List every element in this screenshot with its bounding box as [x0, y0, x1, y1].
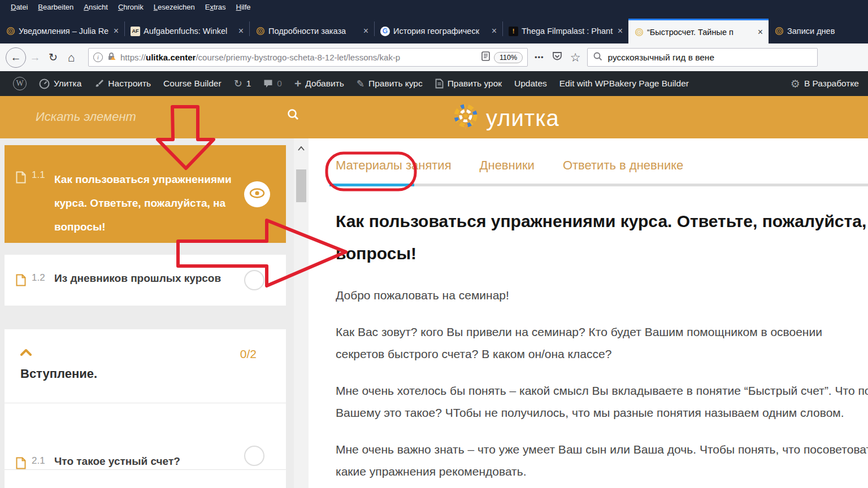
lesson-item-2-1[interactable]: 2.1 Что такое устный счет? [5, 432, 286, 472]
reload-icon: ↻ [49, 51, 58, 63]
tab-answer-diary[interactable]: Ответить в дневнике [563, 158, 683, 173]
lesson-title: Как пользоваться упражнениями курса. Отв… [336, 205, 868, 269]
search-query: русскоязычный гид в вене [607, 53, 714, 63]
section-card: 0/2 Вступление. 2.1 Что такое устный сче… [5, 329, 286, 488]
paragraph-line: Мне очень важно знать – что уже умеет Ва… [336, 438, 868, 460]
scrollbar-up-icon[interactable] [294, 143, 309, 153]
back-arrow-icon: ← [11, 51, 21, 64]
adminbar-updates-link[interactable]: Updates [508, 79, 553, 89]
wordpress-logo-icon: W [13, 77, 27, 90]
adminbar-course-builder[interactable]: Course Builder [157, 79, 228, 89]
section-title: Вступление. [20, 367, 97, 381]
lesson-progress-circle [244, 446, 264, 466]
page-info-icon[interactable]: i [93, 53, 103, 62]
adminbar-wpbakery[interactable]: Edit with WPBakery Page Builder [553, 79, 695, 89]
browser-menubar: Datei Bearbeiten Ansicht Chronik Lesezei… [0, 0, 868, 14]
tab-close-icon[interactable]: × [757, 27, 764, 37]
forward-button[interactable]: → [26, 51, 44, 64]
tab-close-icon[interactable]: × [491, 26, 498, 36]
section-progress: 0/2 [240, 347, 257, 361]
paragraph-line: Как Вас зовут? кого Вы привели на семина… [336, 321, 868, 343]
home-icon: ⌂ [68, 51, 75, 64]
scrollbar-thumb[interactable] [296, 169, 306, 202]
tab-materials[interactable]: Материалы занятия [336, 158, 452, 173]
aufgabenfuchs-favicon-icon: AF [131, 27, 140, 36]
adminbar-site-name[interactable]: Улитка [33, 79, 88, 89]
adminbar-updates[interactable]: ↻ 1 [228, 77, 258, 90]
page-actions: ••• ☆ [535, 51, 580, 64]
lesson-doc-icon [16, 274, 26, 289]
menu-file[interactable]: Datei [6, 3, 33, 11]
adminbar-customize[interactable]: Настроить [88, 79, 157, 89]
menu-history[interactable]: Chronik [113, 3, 149, 11]
eye-icon [249, 188, 265, 201]
zoom-level-button[interactable]: 110% [494, 52, 523, 63]
forward-arrow-icon: → [30, 51, 41, 63]
back-button[interactable]: ← [6, 47, 26, 68]
lock-warning-icon[interactable] [107, 52, 116, 63]
reload-button[interactable]: ↻ [44, 51, 62, 64]
browser-tabbar: Уведомления – Julia Re × AF Aufgabenfuch… [0, 14, 868, 43]
collapse-chevron-icon[interactable] [20, 348, 32, 359]
snail-logo-icon [452, 103, 479, 133]
home-button[interactable]: ⌂ [62, 51, 80, 64]
browser-tab-active[interactable]: “Быстросчет. Тайные п × [628, 19, 769, 43]
snail-favicon-icon [255, 27, 265, 36]
browser-tab-4[interactable]: G История географическ × [375, 19, 502, 43]
tab-close-icon[interactable]: × [112, 26, 120, 36]
tab-close-icon[interactable]: × [362, 26, 370, 36]
lesson-item-1-2[interactable]: 1.2 Из дневников прошлых курсов [5, 255, 286, 306]
menu-view[interactable]: Ansicht [79, 3, 113, 11]
browser-window: Datei Bearbeiten Ansicht Chronik Lesezei… [0, 0, 868, 488]
page-content: 1.1 Как пользоваться упражнениями курса.… [0, 138, 868, 488]
gear-icon: ⚙ [791, 77, 800, 90]
browser-tab-2[interactable]: AF Aufgabenfuchs: Winkel × [125, 19, 249, 43]
menu-edit[interactable]: Bearbeiten [33, 3, 79, 11]
url-bar[interactable]: i https://ulitka.center/course/priemy-by… [88, 48, 528, 67]
plus-icon: + [294, 77, 301, 90]
menu-help[interactable]: Hilfe [231, 3, 256, 11]
lesson-visibility-badge[interactable] [244, 181, 270, 207]
menu-bookmarks[interactable]: Lesezeichen [149, 3, 200, 11]
lesson-tabs: Материалы занятия Дневники Ответить в дн… [336, 158, 683, 173]
browser-tab-7[interactable]: Записи днев [769, 19, 868, 43]
document-icon [435, 79, 444, 89]
adminbar-edit-lesson[interactable]: Править урок [429, 79, 508, 89]
tab-close-icon[interactable]: × [237, 26, 245, 36]
lesson-progress-circle [244, 270, 264, 290]
menu-tools[interactable]: Extras [200, 3, 231, 11]
adminbar-edit-course[interactable]: ✎ Править курс [350, 78, 429, 90]
dashboard-gauge-icon [39, 79, 50, 89]
lesson-item-1-1-active[interactable]: 1.1 Как пользоваться упражнениями курса.… [5, 145, 286, 243]
site-logo[interactable]: улитка [452, 103, 559, 133]
paragraph-line: какие упражнения рекомендовать. [336, 460, 868, 482]
active-tab-underline [329, 184, 414, 186]
reader-mode-icon[interactable] [481, 51, 490, 63]
divider [5, 469, 286, 470]
pocket-icon[interactable] [552, 51, 562, 63]
course-search-input[interactable]: Искать элемент [36, 110, 136, 124]
browser-tab-3[interactable]: Подробности заказа × [250, 19, 374, 43]
browser-tab-1[interactable]: Уведомления – Julia Re × [0, 19, 124, 43]
page-actions-icon[interactable]: ••• [535, 53, 544, 62]
paragraph-line: Добро пожаловать на семинар! [336, 284, 868, 306]
adminbar-dev-mode[interactable]: ⚙ В Разработке [784, 77, 861, 90]
header-search-icon[interactable] [287, 108, 300, 123]
adminbar-comments[interactable]: 0 [257, 79, 288, 89]
browser-search-bar[interactable]: русскоязычный гид в вене [587, 48, 818, 67]
brush-icon [94, 79, 104, 89]
tab-close-icon[interactable]: × [617, 26, 624, 36]
sidebar-scrollbar[interactable] [294, 138, 309, 488]
lesson-text: Добро пожаловать на семинар! Как Вас зов… [336, 284, 868, 488]
paragraph-line: секретов быстрого счета? В каком он/она … [336, 343, 868, 365]
tab-diaries[interactable]: Дневники [480, 158, 535, 173]
site-header: Искать элемент улитка [0, 96, 868, 138]
wp-logo-button[interactable]: W [7, 77, 33, 90]
snail-favicon-icon [634, 27, 644, 37]
course-sidebar: 1.1 Как пользоваться упражнениями курса.… [0, 138, 294, 488]
paragraph-line: Мне очень хотелось бы понять – какой смы… [336, 380, 868, 402]
adminbar-add-new[interactable]: + Добавить [288, 77, 350, 90]
browser-tab-5[interactable]: ! Thega Filmpalast : Phant × [503, 19, 628, 43]
wp-admin-bar: W Улитка Настроить Course Builder ↻ 1 0 … [0, 71, 868, 96]
bookmark-star-icon[interactable]: ☆ [570, 51, 581, 64]
